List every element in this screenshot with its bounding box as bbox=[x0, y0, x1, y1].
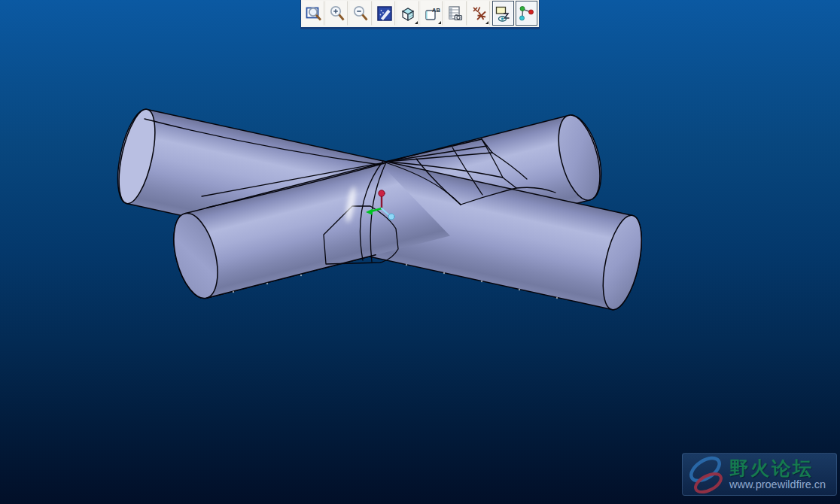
spin-center-button[interactable] bbox=[516, 1, 537, 26]
3d-viewport[interactable] bbox=[0, 0, 840, 504]
forum-watermark: 野火论坛 www.proewildfire.cn bbox=[682, 453, 837, 496]
repaint-button[interactable] bbox=[373, 1, 395, 26]
dropdown-arrow-icon bbox=[438, 21, 441, 24]
dropdown-arrow-icon bbox=[485, 21, 488, 24]
spin-center-red-ball bbox=[379, 190, 385, 196]
annotation-display-button[interactable] bbox=[492, 1, 514, 26]
datum-display-button[interactable] bbox=[468, 1, 490, 26]
watermark-forum-name: 野火论坛 bbox=[729, 458, 826, 478]
spin-center-icon bbox=[517, 5, 535, 23]
datum-display-icon bbox=[470, 5, 488, 23]
zoom-in-button[interactable] bbox=[326, 1, 348, 26]
spin-center-cyan-ball bbox=[388, 214, 394, 220]
repaint-icon bbox=[376, 5, 394, 23]
cad-application-window: { "toolbar": { "buttons": [ {"icon": "re… bbox=[0, 0, 840, 504]
view-toolbar: AB bbox=[300, 0, 540, 29]
zoom-in-icon bbox=[328, 5, 346, 23]
refit-icon bbox=[305, 5, 323, 23]
view-manager-icon bbox=[446, 5, 464, 23]
dropdown-arrow-icon bbox=[415, 21, 418, 24]
saved-views-ab-label: AB bbox=[432, 6, 440, 13]
display-style-button[interactable] bbox=[397, 1, 419, 26]
display-style-icon bbox=[399, 5, 417, 23]
wildfire-forum-logo-icon bbox=[683, 454, 729, 495]
zoom-out-button[interactable] bbox=[350, 1, 372, 26]
annotation-display-icon bbox=[494, 5, 512, 23]
saved-views-button[interactable]: AB bbox=[421, 1, 443, 26]
zoom-out-icon bbox=[352, 5, 370, 23]
refit-button[interactable] bbox=[303, 1, 324, 26]
view-manager-button[interactable] bbox=[445, 1, 467, 26]
watermark-url: www.proewildfire.cn bbox=[729, 479, 826, 490]
saved-views-icon: AB bbox=[423, 5, 441, 23]
